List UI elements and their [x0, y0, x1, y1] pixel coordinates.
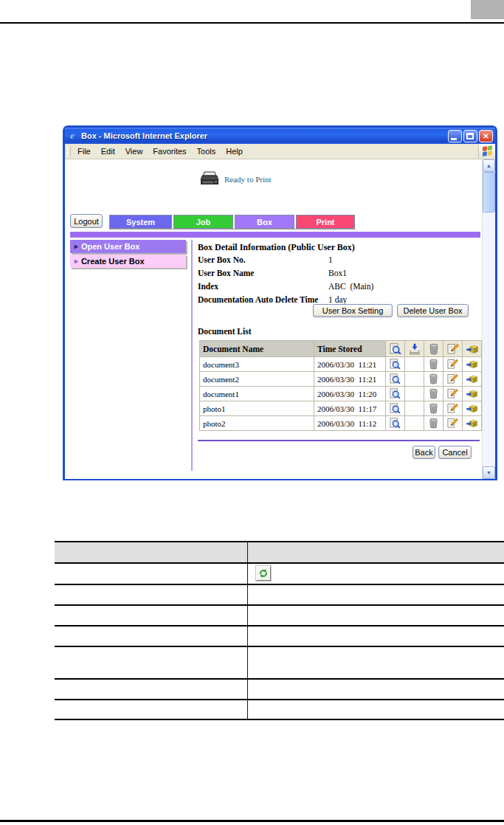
edit-icon[interactable]	[443, 341, 463, 357]
preview-icon[interactable]	[386, 401, 405, 416]
reference-table-row	[55, 564, 504, 585]
window-controls: ✕	[448, 130, 493, 142]
delete-icon[interactable]	[424, 401, 443, 416]
tab-box[interactable]: Box	[235, 215, 294, 229]
cancel-button[interactable]: Cancel	[438, 446, 472, 459]
table-header-row: Document Name Time Stored	[200, 341, 482, 357]
preview-icon[interactable]	[386, 357, 405, 372]
delete-icon[interactable]	[424, 372, 443, 387]
back-button[interactable]: Back	[412, 446, 435, 459]
footer-separator	[198, 440, 480, 441]
box-detail-heading: Box Detail Information (Public User Box)	[198, 242, 355, 253]
printer-status-icon	[199, 170, 220, 187]
menu-help[interactable]: Help	[221, 145, 248, 157]
sidebar-arrow-icon: ►	[73, 243, 80, 250]
field-label-index: Index	[198, 282, 218, 291]
sidebar-item-label: Create User Box	[81, 257, 145, 266]
vertical-scrollbar[interactable]: ▲ ▼	[482, 159, 495, 479]
reference-table-row	[55, 626, 504, 647]
edit-icon[interactable]	[443, 387, 463, 401]
delete-user-box-button[interactable]: Delete User Box	[397, 304, 469, 317]
table-row: document1 2006/03/30 11:20	[200, 387, 482, 401]
delete-icon[interactable]	[424, 341, 443, 357]
document-name-cell: document3	[200, 357, 314, 372]
windows-logo-icon	[478, 144, 495, 158]
reference-table-row	[55, 680, 504, 700]
edit-icon[interactable]	[443, 401, 463, 416]
sidebar-divider	[191, 240, 193, 471]
move-to-box-icon[interactable]	[463, 401, 482, 416]
menu-edit[interactable]: Edit	[96, 145, 120, 157]
time-stored-cell: 2006/03/30 11:20	[314, 387, 386, 401]
preview-icon[interactable]	[386, 341, 405, 357]
table-row: photo2 2006/03/30 11:12	[200, 416, 482, 431]
menu-file[interactable]: File	[72, 145, 96, 157]
delete-icon[interactable]	[424, 387, 443, 401]
field-value-user-box-name: Box1	[328, 269, 347, 277]
preview-icon[interactable]	[386, 372, 405, 387]
table-row: document3 2006/03/30 11:21	[200, 357, 482, 372]
edit-icon[interactable]	[443, 357, 463, 372]
move-to-box-icon[interactable]	[463, 357, 482, 372]
reference-table-row	[55, 585, 504, 606]
table-row: photo1 2006/03/30 11:17	[200, 401, 482, 416]
reference-table-divider	[247, 606, 248, 625]
field-value-auto-delete-time: 1 day	[328, 295, 347, 304]
time-stored-cell: 2006/03/30 11:21	[314, 372, 386, 387]
sidebar-item-open-user-box[interactable]: ► Open User Box	[70, 240, 186, 253]
scroll-thumb[interactable]	[483, 172, 495, 213]
document-name-cell: photo2	[200, 416, 314, 431]
move-to-box-icon[interactable]	[463, 341, 482, 357]
reference-table-row	[55, 647, 504, 680]
tab-system[interactable]: System	[109, 215, 172, 229]
field-value-index: ABC (Main)	[328, 282, 373, 291]
preview-icon[interactable]	[386, 387, 405, 401]
content-accent-bar	[70, 232, 480, 238]
reference-table-divider	[247, 585, 248, 604]
menu-tools[interactable]: Tools	[192, 145, 221, 157]
menu-view[interactable]: View	[120, 145, 148, 157]
document-list-title: Document List	[198, 327, 252, 336]
empty-cell	[405, 372, 424, 387]
field-value-user-box-no: 1	[328, 255, 333, 264]
move-to-box-icon[interactable]	[463, 372, 482, 387]
edit-icon[interactable]	[443, 372, 463, 387]
minimize-button[interactable]	[448, 130, 462, 142]
field-label-auto-delete-time: Documentation Auto Delete Time	[198, 295, 318, 304]
browser-window: e Box - Microsoft Internet Explorer ✕ Fi…	[63, 125, 497, 480]
printer-status-text: Ready to Print	[224, 175, 272, 184]
tab-print[interactable]: Print	[296, 215, 355, 229]
sidebar-item-create-user-box[interactable]: ► Create User Box	[70, 255, 186, 268]
download-icon[interactable]	[405, 341, 424, 357]
scroll-down-button[interactable]: ▼	[483, 466, 495, 479]
delete-icon[interactable]	[424, 416, 443, 431]
reference-table-row	[55, 606, 504, 626]
table-row: document2 2006/03/30 11:21	[200, 372, 482, 387]
ie-icon: e	[67, 131, 77, 141]
logout-button[interactable]: Logout	[70, 214, 103, 228]
user-box-setting-button[interactable]: User Box Setting	[313, 304, 393, 317]
title-bar[interactable]: e Box - Microsoft Internet Explorer ✕	[65, 128, 495, 144]
top-rule	[0, 22, 504, 24]
menu-favorites[interactable]: Favorites	[148, 145, 191, 157]
edit-icon[interactable]	[443, 416, 463, 431]
close-button[interactable]: ✕	[479, 130, 493, 142]
move-to-box-icon[interactable]	[463, 387, 482, 401]
delete-icon[interactable]	[424, 357, 443, 372]
preview-icon[interactable]	[386, 416, 405, 431]
document-name-cell: document2	[200, 372, 314, 387]
tabstrip-underline	[109, 229, 356, 229]
refresh-icon	[256, 566, 271, 581]
document-list-table: Document Name Time Stored document3 2006…	[199, 340, 482, 431]
time-stored-cell: 2006/03/30 11:12	[314, 416, 386, 431]
empty-cell	[405, 357, 424, 372]
empty-cell	[405, 401, 424, 416]
field-label-user-box-no: User Box No.	[198, 255, 246, 264]
move-to-box-icon[interactable]	[463, 416, 482, 431]
maximize-button[interactable]	[463, 130, 477, 142]
reference-table	[55, 541, 504, 720]
tab-job[interactable]: Job	[173, 215, 233, 229]
col-document-name: Document Name	[200, 341, 314, 357]
reference-table-divider	[247, 564, 248, 584]
scroll-up-button[interactable]: ▲	[483, 159, 495, 172]
